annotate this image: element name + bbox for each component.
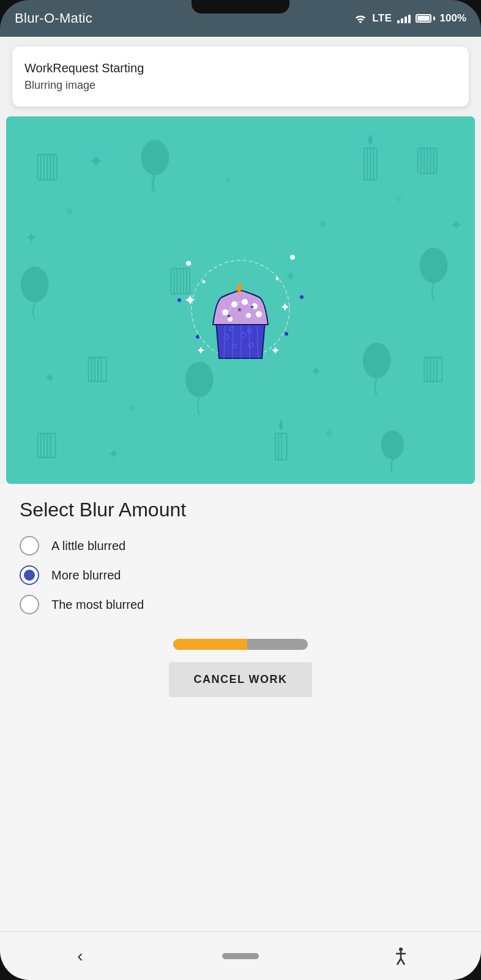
signal-icon <box>397 13 411 23</box>
radio-button-a-little[interactable] <box>20 536 39 556</box>
radio-more-blurred[interactable]: More blurred <box>20 565 461 585</box>
status-card-subtitle: Blurring image <box>24 79 457 92</box>
radio-label-most: The most blurred <box>51 598 144 612</box>
svg-text:✦: ✦ <box>108 446 119 462</box>
button-container: CANCEL WORK <box>20 662 461 697</box>
svg-point-69 <box>203 281 206 284</box>
status-icons: LTE 100% <box>354 12 466 24</box>
svg-line-101 <box>401 959 405 965</box>
accessibility-button[interactable] <box>382 938 419 974</box>
svg-text:★: ★ <box>250 304 255 310</box>
controls-section: Select Blur Amount A little blurred More… <box>0 484 481 931</box>
phone-notch <box>192 0 289 13</box>
progress-fill <box>173 639 247 650</box>
back-arrow-icon: ‹ <box>77 946 83 966</box>
svg-text:✦: ✦ <box>44 370 56 386</box>
phone-device: Blur-O-Matic LTE 100% <box>0 0 481 980</box>
radio-button-more[interactable] <box>20 565 39 585</box>
svg-text:✦: ✦ <box>450 217 463 233</box>
image-preview: ✦ <box>6 116 475 484</box>
svg-text:★: ★ <box>237 306 242 313</box>
cupcake-image: ✦ ✦ ✦ ✦ <box>143 202 338 398</box>
svg-line-100 <box>397 959 401 965</box>
progress-container <box>20 639 461 650</box>
svg-point-66 <box>300 295 304 299</box>
section-title: Select Blur Amount <box>20 499 461 521</box>
svg-point-63 <box>186 261 191 266</box>
radio-most-blurred[interactable]: The most blurred <box>20 595 461 614</box>
svg-point-65 <box>177 298 181 302</box>
svg-text:✦: ✦ <box>89 151 103 171</box>
status-card: WorkRequest Starting Blurring image <box>12 47 469 107</box>
app-title: Blur-O-Matic <box>15 10 92 26</box>
home-pill-icon <box>222 953 259 959</box>
battery-level: 100% <box>440 12 466 24</box>
progress-bar <box>173 639 308 650</box>
svg-point-39 <box>363 343 391 379</box>
svg-point-55 <box>381 430 404 459</box>
lte-indicator: LTE <box>372 12 392 24</box>
svg-point-56 <box>66 208 72 214</box>
svg-point-70 <box>276 277 279 281</box>
svg-point-57 <box>225 177 230 182</box>
radio-button-most[interactable] <box>20 595 39 614</box>
cancel-work-button[interactable]: CANCEL WORK <box>169 662 311 697</box>
svg-point-91 <box>256 311 262 317</box>
svg-point-22 <box>21 266 49 302</box>
svg-text:✦: ✦ <box>196 345 205 356</box>
svg-point-93 <box>246 313 251 318</box>
svg-point-8 <box>141 140 169 175</box>
radio-a-little-blurred[interactable]: A little blurred <box>20 536 461 556</box>
svg-point-59 <box>397 196 401 201</box>
svg-point-30 <box>420 247 448 283</box>
svg-point-97 <box>399 948 403 951</box>
battery-icon <box>416 14 435 23</box>
screen-content: WorkRequest Starting Blurring image <box>0 37 481 931</box>
svg-text:✦: ✦ <box>271 345 280 356</box>
status-card-title: WorkRequest Starting <box>24 61 457 75</box>
radio-label-more: More blurred <box>51 568 121 582</box>
svg-point-89 <box>242 299 248 305</box>
svg-text:✦: ✦ <box>280 301 289 314</box>
svg-line-79 <box>249 322 250 358</box>
svg-point-68 <box>285 332 288 336</box>
wifi-icon <box>354 13 367 23</box>
home-button[interactable] <box>222 938 259 974</box>
radio-inner-more <box>24 570 35 581</box>
svg-point-61 <box>130 405 135 410</box>
svg-text:✦: ✦ <box>25 230 38 246</box>
svg-point-62 <box>326 430 332 436</box>
back-button[interactable]: ‹ <box>62 938 99 974</box>
radio-label-a-little: A little blurred <box>51 539 125 553</box>
svg-text:★: ★ <box>226 313 231 319</box>
svg-point-64 <box>290 255 295 260</box>
blur-options-group: A little blurred More blurred The most b… <box>20 536 461 614</box>
accessibility-icon <box>391 946 411 966</box>
navigation-bar: ‹ <box>0 931 481 980</box>
